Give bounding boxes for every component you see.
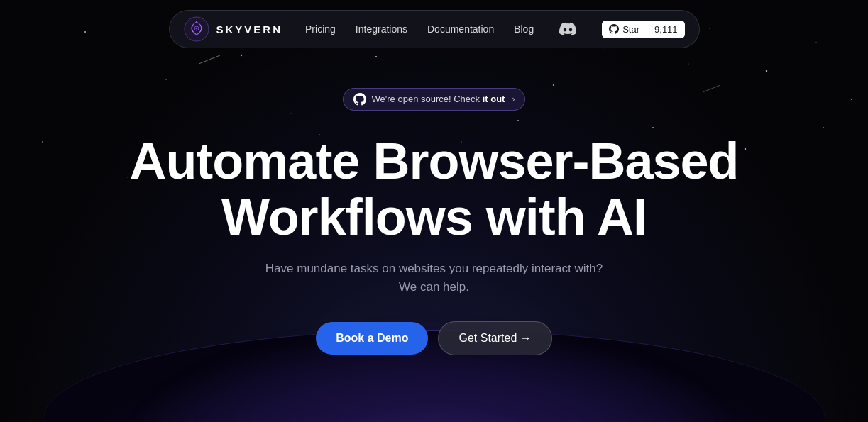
discord-icon[interactable]	[556, 18, 579, 40]
badge-text-before: We're open source! Check	[372, 94, 483, 104]
nav-links: Pricing Integrations Documentation Blog	[305, 23, 534, 35]
github-star-button[interactable]: Star 9,111	[602, 21, 684, 38]
hero-title-line1: Automate Browser-Based	[129, 133, 738, 189]
get-started-button[interactable]: Get Started →	[438, 321, 551, 355]
github-star-left: Star	[602, 21, 647, 38]
logo-text: SKYVERN	[216, 23, 282, 35]
nav-integrations[interactable]: Integrations	[356, 23, 407, 35]
main-content: We're open source! Check it out › Automa…	[0, 0, 868, 422]
logo-icon	[183, 16, 209, 42]
svg-point-29	[195, 28, 197, 30]
open-source-badge[interactable]: We're open source! Check it out ›	[343, 88, 526, 111]
badge-text-bold: it out	[483, 94, 505, 104]
badge-github-icon	[353, 93, 366, 106]
nav-pricing[interactable]: Pricing	[305, 23, 336, 35]
navbar: SKYVERN Pricing Integrations Documentati…	[168, 10, 699, 48]
hero-title-line2: Workflows with AI	[221, 189, 647, 245]
logo-area[interactable]: SKYVERN	[183, 16, 282, 42]
badge-arrow: ›	[512, 94, 515, 104]
hero-subtitle: Have mundane tasks on websites you repea…	[257, 260, 612, 296]
github-star-label: Star	[622, 24, 639, 35]
badge-text: We're open source! Check it out	[372, 94, 505, 104]
nav-blog[interactable]: Blog	[514, 23, 534, 35]
cta-buttons: Book a Demo Get Started →	[316, 321, 552, 355]
book-demo-button[interactable]: Book a Demo	[316, 322, 428, 355]
github-star-count: 9,111	[647, 21, 685, 38]
nav-documentation[interactable]: Documentation	[427, 23, 494, 35]
hero-title: Automate Browser-Based Workflows with AI	[129, 133, 738, 245]
